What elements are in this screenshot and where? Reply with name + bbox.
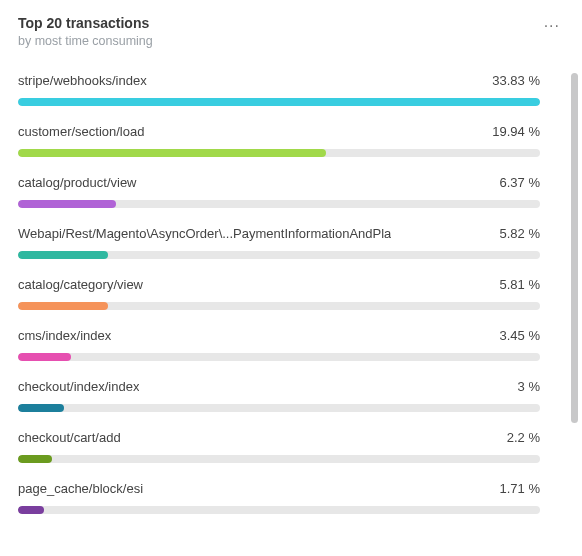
bar-fill	[18, 506, 44, 514]
transaction-name: customer/section/load	[18, 124, 144, 139]
row-head: catalog/product/view6.37 %	[18, 175, 540, 190]
transaction-row[interactable]: Webapi/Rest/Magento\AsyncOrder\...Paymen…	[18, 226, 540, 259]
row-head: page_cache/block/esi1.71 %	[18, 481, 540, 496]
title-block: Top 20 transactions by most time consumi…	[18, 14, 153, 49]
transaction-name: cms/index/index	[18, 328, 111, 343]
bar-fill	[18, 200, 116, 208]
bar-track	[18, 404, 540, 412]
transaction-value: 5.81 %	[492, 277, 540, 292]
transaction-value: 19.94 %	[484, 124, 540, 139]
scrollbar-thumb[interactable]	[571, 73, 578, 423]
row-head: checkout/index/index3 %	[18, 379, 540, 394]
transaction-value: 5.82 %	[492, 226, 540, 241]
bar-track	[18, 149, 540, 157]
bar-fill	[18, 302, 108, 310]
row-head: checkout/cart/add2.2 %	[18, 430, 540, 445]
bar-fill	[18, 455, 52, 463]
transaction-row[interactable]: checkout/cart/add2.2 %	[18, 430, 540, 463]
bar-fill	[18, 98, 540, 106]
card-title: Top 20 transactions	[18, 14, 153, 32]
transaction-row[interactable]: catalog/product/view6.37 %	[18, 175, 540, 208]
transaction-row[interactable]: catalog/category/view5.81 %	[18, 277, 540, 310]
row-head: cms/index/index3.45 %	[18, 328, 540, 343]
transaction-rows: stripe/webhooks/index33.83 %customer/sec…	[18, 73, 540, 514]
transaction-name: stripe/webhooks/index	[18, 73, 147, 88]
transaction-row[interactable]: checkout/index/index3 %	[18, 379, 540, 412]
transaction-row[interactable]: cms/index/index3.45 %	[18, 328, 540, 361]
transaction-row[interactable]: customer/section/load19.94 %	[18, 124, 540, 157]
bar-track	[18, 455, 540, 463]
transaction-name: checkout/cart/add	[18, 430, 121, 445]
row-head: customer/section/load19.94 %	[18, 124, 540, 139]
bar-fill	[18, 404, 64, 412]
bar-fill	[18, 251, 108, 259]
bar-track	[18, 98, 540, 106]
transaction-value: 6.37 %	[492, 175, 540, 190]
transaction-name: Webapi/Rest/Magento\AsyncOrder\...Paymen…	[18, 226, 391, 241]
transaction-name: catalog/product/view	[18, 175, 137, 190]
card-subtitle: by most time consuming	[18, 33, 153, 49]
transaction-value: 2.2 %	[499, 430, 540, 445]
bar-fill	[18, 149, 326, 157]
bar-track	[18, 506, 540, 514]
transaction-row[interactable]: page_cache/block/esi1.71 %	[18, 481, 540, 514]
scroll-area: stripe/webhooks/index33.83 %customer/sec…	[0, 59, 582, 556]
row-head: Webapi/Rest/Magento\AsyncOrder\...Paymen…	[18, 226, 540, 241]
transaction-name: catalog/category/view	[18, 277, 143, 292]
transaction-value: 33.83 %	[484, 73, 540, 88]
bar-fill	[18, 353, 71, 361]
transaction-row[interactable]: stripe/webhooks/index33.83 %	[18, 73, 540, 106]
transaction-value: 3 %	[510, 379, 540, 394]
transaction-name: page_cache/block/esi	[18, 481, 143, 496]
card-header: Top 20 transactions by most time consumi…	[0, 14, 582, 59]
more-menu-icon[interactable]: ···	[540, 16, 564, 36]
transaction-value: 1.71 %	[492, 481, 540, 496]
bar-track	[18, 353, 540, 361]
transaction-name: checkout/index/index	[18, 379, 139, 394]
transactions-card: Top 20 transactions by most time consumi…	[0, 0, 582, 556]
bar-track	[18, 200, 540, 208]
row-head: stripe/webhooks/index33.83 %	[18, 73, 540, 88]
bar-track	[18, 251, 540, 259]
transaction-value: 3.45 %	[492, 328, 540, 343]
bar-track	[18, 302, 540, 310]
row-head: catalog/category/view5.81 %	[18, 277, 540, 292]
